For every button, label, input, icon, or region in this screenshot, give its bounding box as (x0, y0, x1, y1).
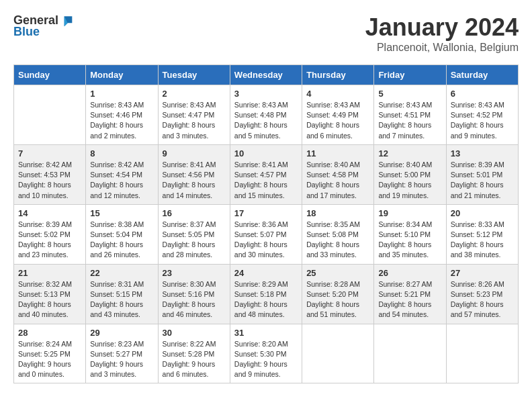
day-info: Sunrise: 8:33 AM Sunset: 5:12 PM Dayligh… (451, 220, 514, 261)
week-row-4: 28Sunrise: 8:24 AM Sunset: 5:25 PM Dayli… (14, 324, 519, 383)
day-number: 6 (451, 89, 514, 99)
day-number: 13 (451, 148, 514, 158)
day-number: 26 (378, 268, 441, 278)
day-number: 27 (451, 268, 514, 278)
day-number: 1 (90, 89, 153, 99)
day-number: 17 (234, 208, 298, 218)
day-number: 7 (18, 148, 81, 158)
day-number: 22 (90, 268, 153, 278)
week-row-2: 14Sunrise: 8:39 AM Sunset: 5:02 PM Dayli… (14, 204, 519, 264)
day-number: 14 (18, 208, 81, 218)
day-info: Sunrise: 8:42 AM Sunset: 4:54 PM Dayligh… (90, 160, 153, 201)
calendar-cell: 29Sunrise: 8:23 AM Sunset: 5:27 PM Dayli… (86, 324, 158, 383)
day-number: 16 (163, 208, 226, 218)
title-area: January 2024 Plancenoit, Wallonia, Belgi… (365, 13, 519, 54)
day-info: Sunrise: 8:30 AM Sunset: 5:16 PM Dayligh… (163, 279, 226, 320)
week-row-1: 7Sunrise: 8:42 AM Sunset: 4:53 PM Daylig… (14, 144, 519, 204)
calendar-cell (302, 324, 374, 383)
day-info: Sunrise: 8:43 AM Sunset: 4:49 PM Dayligh… (306, 100, 369, 141)
calendar-cell: 21Sunrise: 8:32 AM Sunset: 5:13 PM Dayli… (14, 264, 86, 324)
header-tuesday: Tuesday (158, 65, 230, 85)
header-thursday: Thursday (302, 65, 374, 85)
calendar-cell: 4Sunrise: 8:43 AM Sunset: 4:49 PM Daylig… (302, 85, 374, 145)
day-info: Sunrise: 8:37 AM Sunset: 5:05 PM Dayligh… (163, 220, 226, 261)
calendar-cell: 1Sunrise: 8:43 AM Sunset: 4:46 PM Daylig… (86, 85, 158, 145)
day-info: Sunrise: 8:27 AM Sunset: 5:21 PM Dayligh… (378, 279, 441, 320)
logo-blue-text: Blue (13, 25, 40, 39)
day-info: Sunrise: 8:24 AM Sunset: 5:25 PM Dayligh… (18, 339, 81, 380)
day-info: Sunrise: 8:40 AM Sunset: 5:00 PM Dayligh… (378, 160, 441, 201)
day-info: Sunrise: 8:42 AM Sunset: 4:53 PM Dayligh… (18, 160, 81, 201)
calendar-cell: 24Sunrise: 8:29 AM Sunset: 5:18 PM Dayli… (230, 264, 302, 324)
day-number: 2 (163, 89, 226, 99)
week-row-0: 1Sunrise: 8:43 AM Sunset: 4:46 PM Daylig… (14, 85, 519, 145)
day-number: 3 (234, 89, 298, 99)
day-number: 11 (306, 148, 369, 158)
day-number: 21 (18, 268, 81, 278)
day-info: Sunrise: 8:32 AM Sunset: 5:13 PM Dayligh… (18, 279, 81, 320)
calendar-cell: 18Sunrise: 8:35 AM Sunset: 5:08 PM Dayli… (302, 204, 374, 264)
header-monday: Monday (86, 65, 158, 85)
calendar-cell (374, 324, 446, 383)
day-info: Sunrise: 8:43 AM Sunset: 4:46 PM Dayligh… (90, 100, 153, 141)
location-subtitle: Plancenoit, Wallonia, Belgium (365, 42, 519, 54)
days-header-row: SundayMondayTuesdayWednesdayThursdayFrid… (14, 65, 519, 85)
calendar-cell: 7Sunrise: 8:42 AM Sunset: 4:53 PM Daylig… (14, 144, 86, 204)
calendar-cell: 11Sunrise: 8:40 AM Sunset: 4:58 PM Dayli… (302, 144, 374, 204)
day-number: 15 (90, 208, 153, 218)
day-number: 29 (90, 328, 153, 338)
month-title: January 2024 (365, 13, 519, 42)
calendar-table: SundayMondayTuesdayWednesdayThursdayFrid… (13, 64, 519, 383)
week-row-3: 21Sunrise: 8:32 AM Sunset: 5:13 PM Dayli… (14, 264, 519, 324)
day-info: Sunrise: 8:20 AM Sunset: 5:30 PM Dayligh… (234, 339, 298, 380)
logo-icon (60, 14, 73, 28)
day-info: Sunrise: 8:31 AM Sunset: 5:15 PM Dayligh… (90, 279, 153, 320)
calendar-cell: 6Sunrise: 8:43 AM Sunset: 4:52 PM Daylig… (446, 85, 518, 145)
calendar-cell: 5Sunrise: 8:43 AM Sunset: 4:51 PM Daylig… (374, 85, 446, 145)
day-number: 19 (378, 208, 441, 218)
day-number: 30 (163, 328, 226, 338)
day-number: 28 (18, 328, 81, 338)
calendar-cell: 31Sunrise: 8:20 AM Sunset: 5:30 PM Dayli… (230, 324, 302, 383)
calendar-cell: 25Sunrise: 8:28 AM Sunset: 5:20 PM Dayli… (302, 264, 374, 324)
day-info: Sunrise: 8:43 AM Sunset: 4:51 PM Dayligh… (378, 100, 441, 141)
day-info: Sunrise: 8:23 AM Sunset: 5:27 PM Dayligh… (90, 339, 153, 380)
calendar-cell: 16Sunrise: 8:37 AM Sunset: 5:05 PM Dayli… (158, 204, 230, 264)
calendar-cell: 12Sunrise: 8:40 AM Sunset: 5:00 PM Dayli… (374, 144, 446, 204)
calendar-cell: 19Sunrise: 8:34 AM Sunset: 5:10 PM Dayli… (374, 204, 446, 264)
day-info: Sunrise: 8:43 AM Sunset: 4:52 PM Dayligh… (451, 100, 514, 141)
calendar-cell: 22Sunrise: 8:31 AM Sunset: 5:15 PM Dayli… (86, 264, 158, 324)
day-number: 9 (163, 148, 226, 158)
day-info: Sunrise: 8:34 AM Sunset: 5:10 PM Dayligh… (378, 220, 441, 261)
header-sunday: Sunday (14, 65, 86, 85)
calendar-cell: 8Sunrise: 8:42 AM Sunset: 4:54 PM Daylig… (86, 144, 158, 204)
calendar-cell: 9Sunrise: 8:41 AM Sunset: 4:56 PM Daylig… (158, 144, 230, 204)
day-number: 20 (451, 208, 514, 218)
day-info: Sunrise: 8:43 AM Sunset: 4:48 PM Dayligh… (234, 100, 298, 141)
day-number: 12 (378, 148, 441, 158)
day-number: 8 (90, 148, 153, 158)
logo: General Blue (13, 13, 73, 39)
calendar-cell: 27Sunrise: 8:26 AM Sunset: 5:23 PM Dayli… (446, 264, 518, 324)
day-info: Sunrise: 8:36 AM Sunset: 5:07 PM Dayligh… (234, 220, 298, 261)
day-info: Sunrise: 8:43 AM Sunset: 4:47 PM Dayligh… (163, 100, 226, 141)
calendar-cell: 30Sunrise: 8:22 AM Sunset: 5:28 PM Dayli… (158, 324, 230, 383)
calendar-cell (446, 324, 518, 383)
calendar-cell: 28Sunrise: 8:24 AM Sunset: 5:25 PM Dayli… (14, 324, 86, 383)
day-number: 10 (234, 148, 298, 158)
calendar-cell (14, 85, 86, 145)
day-info: Sunrise: 8:22 AM Sunset: 5:28 PM Dayligh… (163, 339, 226, 380)
day-info: Sunrise: 8:28 AM Sunset: 5:20 PM Dayligh… (306, 279, 369, 320)
day-info: Sunrise: 8:39 AM Sunset: 5:01 PM Dayligh… (451, 160, 514, 201)
day-info: Sunrise: 8:35 AM Sunset: 5:08 PM Dayligh… (306, 220, 369, 261)
calendar-cell: 15Sunrise: 8:38 AM Sunset: 5:04 PM Dayli… (86, 204, 158, 264)
calendar-cell: 14Sunrise: 8:39 AM Sunset: 5:02 PM Dayli… (14, 204, 86, 264)
day-number: 23 (163, 268, 226, 278)
header-saturday: Saturday (446, 65, 518, 85)
day-number: 4 (306, 89, 369, 99)
day-info: Sunrise: 8:29 AM Sunset: 5:18 PM Dayligh… (234, 279, 298, 320)
day-info: Sunrise: 8:39 AM Sunset: 5:02 PM Dayligh… (18, 220, 81, 261)
day-info: Sunrise: 8:40 AM Sunset: 4:58 PM Dayligh… (306, 160, 369, 201)
calendar-cell: 26Sunrise: 8:27 AM Sunset: 5:21 PM Dayli… (374, 264, 446, 324)
day-number: 18 (306, 208, 369, 218)
